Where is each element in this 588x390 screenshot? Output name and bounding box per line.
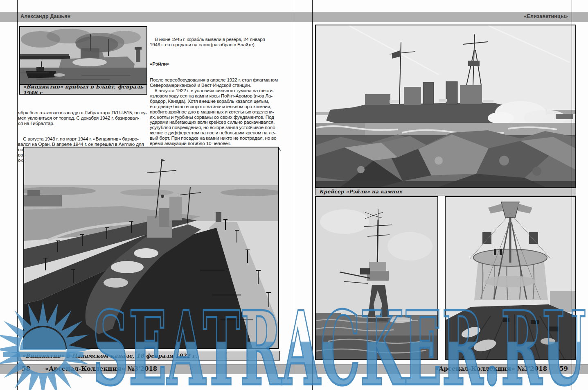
photo-vindictive-blyth: «Виндиктив» прибыл в Блайт, февраль 1946…	[19, 26, 147, 95]
paragraph: ября был атакован к западу от Гибралтара…	[18, 110, 151, 126]
caption-vindictive-panama: «Виндиктив» в Панамском канале, 18 февра…	[18, 351, 280, 361]
journal-title-left: «Арсенал-Коллекция» №3'2018	[45, 365, 157, 372]
paragraph: В июне 1945 г. корабль вывели в резерв, …	[150, 37, 282, 48]
photo-vindictive-blyth-image	[20, 27, 146, 84]
photo-raleigh-foretop	[445, 196, 576, 360]
chapter-title: «Елизаветинцы»	[524, 14, 568, 19]
footer-right: «Арсенал-Коллекция» №3'2018 59	[435, 365, 568, 372]
photo-raleigh-on-rocks-image	[316, 25, 575, 187]
page-number-left: 58	[22, 365, 30, 372]
journal-title-right: «Арсенал-Коллекция» №3'2018	[435, 365, 547, 372]
photo-vindictive-panama-image	[24, 147, 278, 348]
right-crop-line	[572, 0, 572, 390]
center-crop-line	[312, 0, 313, 390]
photo-raleigh-bow-view	[315, 196, 438, 360]
page-number-right: 59	[559, 365, 568, 372]
gutter-shadow-line	[294, 0, 294, 390]
footer-left: 58 «Арсенал-Коллекция» №3'2018	[22, 365, 157, 372]
photo-raleigh-foretop-image	[446, 197, 575, 359]
left-crop-line	[17, 0, 18, 390]
magazine-spread-scan: { "left_page": { "header": "Александр Да…	[0, 0, 588, 390]
caption-raleigh-rocks: Крейсер «Рэйли» на камнях	[315, 188, 576, 195]
photo-raleigh-bow-image	[316, 197, 437, 359]
section-heading-raleigh: «Рэйли»	[150, 61, 282, 67]
author-name: Александр Дашьян	[20, 14, 71, 19]
photo-raleigh-on-rocks	[315, 25, 576, 188]
photo-vindictive-panama-canal	[23, 147, 279, 349]
caption-vindictive-blyth: «Виндиктив» прибыл в Блайт, февраль 1946…	[20, 84, 146, 95]
